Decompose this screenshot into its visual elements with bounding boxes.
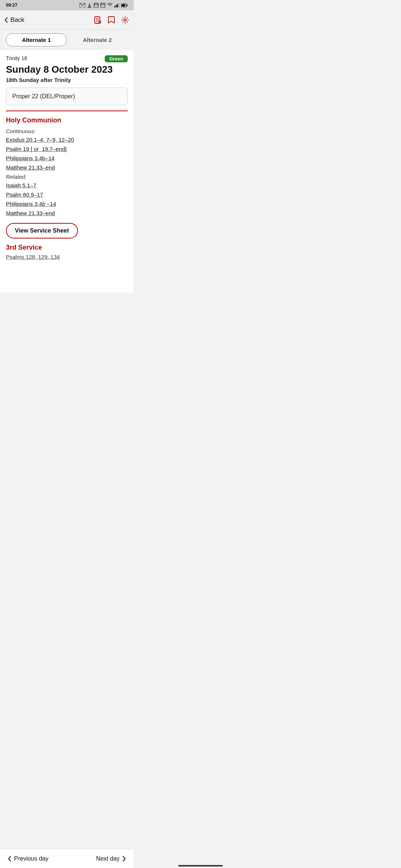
calendar-icon-2 <box>100 3 105 8</box>
reading-matthew2[interactable]: Matthew 21.33–end <box>6 210 128 216</box>
svg-rect-2 <box>94 3 98 7</box>
mail-icon <box>79 3 85 7</box>
battery-icon <box>121 3 128 7</box>
status-icons <box>79 3 128 8</box>
calendar-icon-1 <box>94 3 99 8</box>
settings-icon <box>121 16 129 24</box>
bookmark-icon <box>108 16 115 24</box>
main-content: Trinity 18 Green Sunday 8 October 2023 1… <box>0 50 134 293</box>
reading-philippians1[interactable]: Philippians 3.4b–14 <box>6 155 128 161</box>
reading-isaiah[interactable]: Isaiah 5.1–7 <box>6 182 128 188</box>
reading-psalm19[interactable]: Psalm 19 [ or 19.7–end] <box>6 146 128 152</box>
nav-icon-group <box>94 16 129 24</box>
related-label: Related: <box>6 174 128 180</box>
svg-rect-13 <box>118 3 120 7</box>
red-divider <box>6 111 128 111</box>
view-service-sheet-button[interactable]: View Service Sheet <box>6 223 78 239</box>
third-service-heading: 3rd Service <box>6 244 128 251</box>
reading-matthew1[interactable]: Matthew 21.33–end <box>6 164 128 171</box>
trinity-label: Trinity 18 <box>6 55 27 61</box>
svg-point-24 <box>124 19 126 21</box>
svg-rect-11 <box>116 5 117 7</box>
svg-rect-6 <box>101 3 105 7</box>
wifi-icon <box>107 3 113 7</box>
continuous-label: Continuous: <box>6 128 128 134</box>
settings-button[interactable] <box>121 16 129 24</box>
signal-icon <box>114 3 120 7</box>
status-time: 09:27 <box>6 3 17 8</box>
back-arrow-icon <box>4 17 8 23</box>
svg-rect-12 <box>117 4 118 7</box>
document-icon <box>94 16 102 24</box>
reading-exodus[interactable]: Exodus 20.1–4, 7–9, 12–20 <box>6 137 128 143</box>
psalms-preview: Psalms 128, 129, 134 <box>6 254 128 263</box>
svg-rect-16 <box>122 4 125 6</box>
tab-bar: Alternate 1 Alternate 2 <box>0 30 134 50</box>
holy-communion-heading: Holy Communion <box>6 116 128 124</box>
status-bar: 09:27 <box>0 0 134 10</box>
back-button[interactable]: Back <box>4 16 25 24</box>
day-subtitle: 18th Sunday after Trinity <box>6 77 128 83</box>
download-icon <box>87 3 92 8</box>
svg-rect-10 <box>114 6 115 7</box>
proper-box: Proper 22 (DEL/Proper) <box>6 88 128 105</box>
document-icon-button[interactable] <box>94 16 102 24</box>
tab-alternate-1[interactable]: Alternate 1 <box>6 33 67 46</box>
top-nav: Back <box>0 10 134 30</box>
back-label: Back <box>10 16 25 24</box>
date-heading: Sunday 8 October 2023 <box>6 64 128 75</box>
svg-rect-15 <box>127 4 128 6</box>
reading-philippians2[interactable]: Philippians 3.4b –14 <box>6 201 128 207</box>
color-badge: Green <box>105 55 128 62</box>
reading-psalm80[interactable]: Psalm 80.9–17 <box>6 191 128 198</box>
tab-alternate-2[interactable]: Alternate 2 <box>67 33 128 46</box>
bookmark-button[interactable] <box>108 16 115 24</box>
day-header: Trinity 18 Green <box>6 55 128 62</box>
reading-psalms-preview[interactable]: Psalms 128, 129, 134 <box>6 254 128 260</box>
